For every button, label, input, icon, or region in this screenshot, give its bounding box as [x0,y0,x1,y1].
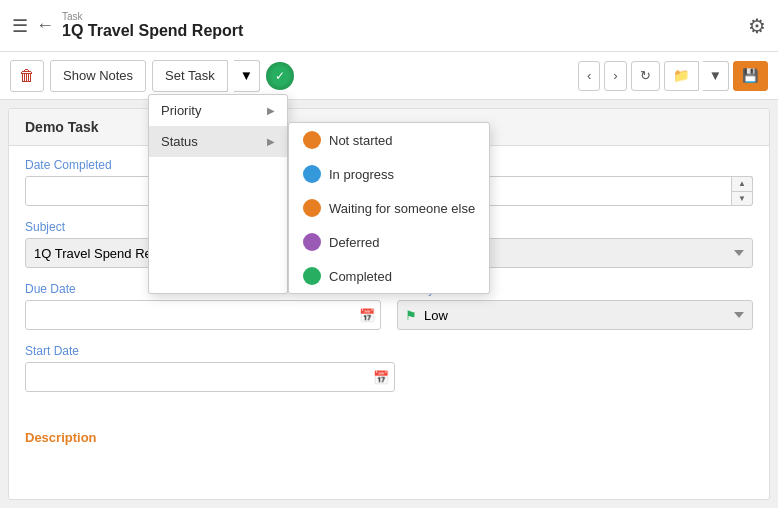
status-in-progress[interactable]: In progress [289,157,489,191]
status-completed[interactable]: Completed [289,259,489,293]
set-task-menu: Priority ▶ Status ▶ [148,94,288,294]
priority-select[interactable]: Low Normal High [397,300,753,330]
hamburger-icon[interactable]: ☰ [12,15,28,37]
chevron-down-icon: ▼ [240,68,253,83]
delete-button[interactable]: 🗑 [10,60,44,92]
toolbar-right: ‹ › ↻ 📁 ▼ 💾 [578,61,768,91]
priority-menu-item[interactable]: Priority ▶ [149,95,287,126]
priority-chevron-icon: ▶ [267,105,275,116]
toolbar: 🗑 Show Notes Set Task ▼ ✓ ‹ › ↻ 📁 ▼ 💾 Pr… [0,52,778,100]
due-date-calendar-icon[interactable]: 📅 [359,308,375,323]
due-date-input-wrapper: 📅 [25,300,381,330]
status-deferred[interactable]: Deferred [289,225,489,259]
not-started-label: Not started [329,133,393,148]
check-icon: ✓ [275,69,285,83]
completed-dot [303,267,321,285]
date-completed-spinner-btns: ▲ ▼ [731,176,753,206]
status-not-started[interactable]: Not started [289,123,489,157]
trash-icon: 🗑 [19,67,35,85]
folder-dropdown-button[interactable]: ▼ [703,61,729,91]
priority-select-wrapper: ⚑ Low Normal High [397,300,753,330]
refresh-button[interactable]: ↻ [631,61,660,91]
green-action-button[interactable]: ✓ [266,62,294,90]
status-menu-item[interactable]: Status ▶ [149,126,287,157]
status-waiting[interactable]: Waiting for someone else [289,191,489,225]
waiting-dot [303,199,321,217]
priority-label: Priority [161,103,201,118]
start-date-label: Start Date [25,344,753,358]
description-label: Description [9,418,769,449]
start-date-input-wrapper: 📅 [25,362,395,392]
show-notes-button[interactable]: Show Notes [50,60,146,92]
waiting-label: Waiting for someone else [329,201,475,216]
header-left: ☰ ← Task 1Q Travel Spend Report [12,11,748,40]
deferred-dot [303,233,321,251]
date-completed-up[interactable]: ▲ [731,176,753,191]
set-task-button[interactable]: Set Task [152,60,228,92]
in-progress-dot [303,165,321,183]
start-date-row: Start Date 📅 [25,344,753,392]
completed-label: Completed [329,269,392,284]
start-date-input[interactable] [25,362,395,392]
flag-icon: ⚑ [405,308,417,323]
back-icon[interactable]: ← [36,15,54,36]
due-date-input[interactable] [25,300,381,330]
header-title-block: Task 1Q Travel Spend Report [62,11,243,40]
in-progress-label: In progress [329,167,394,182]
start-date-calendar-icon[interactable]: 📅 [373,370,389,385]
not-started-dot [303,131,321,149]
date-completed-down[interactable]: ▼ [731,191,753,207]
toolbar-left: 🗑 Show Notes Set Task ▼ ✓ [10,60,572,92]
dropdown-container: Priority ▶ Status ▶ Not started In progr… [148,94,490,294]
status-label: Status [161,134,198,149]
gear-icon[interactable]: ⚙ [748,14,766,38]
deferred-label: Deferred [329,235,380,250]
save-button[interactable]: 💾 [733,61,768,91]
header-title: 1Q Travel Spend Report [62,22,243,40]
set-task-dropdown-button[interactable]: ▼ [234,60,260,92]
next-button[interactable]: › [604,61,626,91]
app-header: ☰ ← Task 1Q Travel Spend Report ⚙ [0,0,778,52]
status-submenu: Not started In progress Waiting for some… [288,122,490,294]
prev-button[interactable]: ‹ [578,61,600,91]
status-chevron-icon: ▶ [267,136,275,147]
folder-button[interactable]: 📁 [664,61,699,91]
header-subtitle: Task [62,11,243,22]
